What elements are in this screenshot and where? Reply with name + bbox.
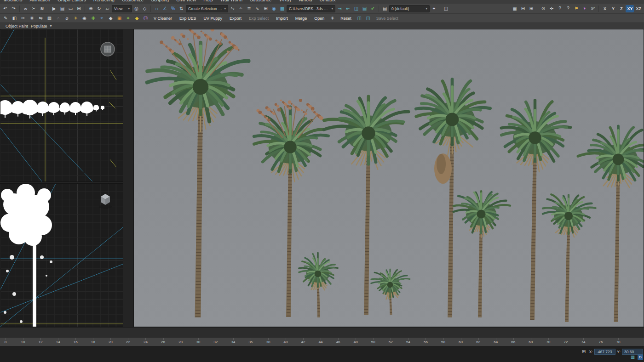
x-coordinate-field[interactable]: -467.723 [594, 349, 615, 355]
grid-array-icon[interactable]: ▦ [46, 14, 53, 22]
active-layer-dropdown[interactable]: 0 (default)▾ [389, 5, 430, 12]
camera-tool-icon[interactable]: ◉ [80, 14, 88, 22]
menu-wall-worm[interactable]: Wall Worm [220, 0, 242, 2]
tab-object-paint[interactable]: Object Paint [6, 24, 28, 28]
layer-explorer-icon[interactable]: ≣ [245, 5, 253, 12]
mirror-paint-icon[interactable]: ⇋ [37, 14, 45, 22]
save-scene-icon[interactable]: ◫ [352, 5, 360, 12]
add-to-layer-icon[interactable]: + [430, 5, 438, 12]
dock-toolbar-icon[interactable]: ⊟ [519, 5, 527, 12]
front-viewport-canvas[interactable] [0, 29, 123, 181]
menu-customize[interactable]: Customize [122, 0, 144, 2]
palm-9[interactable] [543, 194, 596, 322]
left-viewport-canvas[interactable] [0, 184, 123, 327]
window-crossing-icon[interactable]: ⊞ [75, 5, 83, 12]
menu-animation[interactable]: Animation [30, 0, 50, 2]
exp-ues-button[interactable]: Exp UES [176, 15, 200, 22]
curve-editor-icon[interactable]: ∿ [253, 5, 261, 12]
named-selection-sets-dropdown[interactable]: Create Selection Se▾ [186, 5, 228, 12]
pick-brush-icon[interactable]: ✑ [19, 14, 27, 22]
select-and-link-icon[interactable]: ∞ [22, 5, 29, 12]
scene-explorer-toggle-icon[interactable]: ◫ [442, 5, 450, 12]
forest-plugin-icon[interactable]: ✶ [124, 14, 132, 22]
import-button[interactable]: Import [273, 15, 291, 22]
menu-civil-view[interactable]: Civil View [176, 0, 196, 2]
axis-constraint-x[interactable]: X [601, 5, 609, 12]
project-path-dropdown[interactable]: C:\Users\DES...3ds Max 2024▾ [287, 5, 335, 12]
axis-constraint-y[interactable]: Y [609, 5, 617, 12]
palm-5[interactable] [371, 269, 410, 315]
front-viewport[interactable] [0, 29, 123, 182]
export-scene-icon[interactable]: ⇤ [344, 5, 352, 12]
save-blue-1-icon[interactable]: ◫ [356, 14, 363, 22]
open-scene-icon[interactable]: ▤ [361, 5, 368, 12]
select-object-icon[interactable]: ▶ [50, 5, 58, 12]
help-pick-2-icon[interactable]: ? [564, 5, 572, 12]
spinner-snap-icon[interactable]: ⇅ [178, 5, 185, 12]
axis-constraint-z[interactable]: Z [617, 5, 625, 12]
rectangular-selection-region-icon[interactable]: ▭ [67, 5, 75, 12]
workspace-icon[interactable]: ⊞ [527, 5, 535, 12]
viewport-navigation-gizmo[interactable] [101, 42, 115, 56]
layer-list-icon[interactable]: ▤ [381, 5, 389, 12]
uv-puppy-icon[interactable]: Ⓤ [142, 14, 150, 22]
align-icon[interactable]: ≐ [237, 5, 245, 12]
palm-7[interactable] [454, 191, 510, 317]
select-and-manipulate-icon[interactable]: ◇ [141, 5, 149, 12]
ribbon-flyout-icon[interactable]: ▾ [50, 24, 52, 28]
zoom-pick-icon[interactable]: ⊙ [539, 5, 547, 12]
vray-plugin-icon[interactable]: ▣ [115, 14, 123, 22]
material-editor-icon[interactable]: ◉ [270, 5, 278, 12]
palm-4[interactable] [299, 253, 338, 317]
mini-d-badge[interactable]: D [638, 355, 643, 360]
maxscript-x2-icon[interactable]: x² [589, 5, 597, 12]
palm-10[interactable] [578, 126, 644, 322]
menu-omatrix[interactable]: Omatrix [320, 0, 336, 2]
menu-substance[interactable]: Substance [250, 0, 271, 2]
viewport-divider[interactable] [123, 29, 133, 327]
light-tool-icon[interactable]: ☀ [72, 14, 80, 22]
snaps-toggle-icon[interactable]: ∩ [153, 5, 161, 12]
select-by-name-icon[interactable]: ▤ [58, 5, 66, 12]
crosshair-pick-icon[interactable]: ✛ [547, 5, 555, 12]
axis-constraint-xy[interactable]: XY [626, 5, 634, 12]
timeline-ruler[interactable]: 8101214161820222426283032343638404244464… [0, 338, 644, 346]
menu-scripting[interactable]: Scripting [151, 0, 169, 2]
axis-constraint-xz[interactable]: XZ [634, 5, 643, 12]
help-pick-1-icon[interactable]: ? [556, 5, 564, 12]
scatter-dots-icon[interactable]: ∴ [54, 14, 62, 22]
save-select-button[interactable]: Save Select [373, 15, 402, 22]
wand-icon[interactable]: ✶ [581, 5, 588, 12]
helper-tool-icon[interactable]: ✚ [89, 14, 97, 22]
palm-1[interactable] [147, 29, 249, 317]
select-and-move-icon[interactable]: ⊕ [87, 5, 95, 12]
save-blue-2-icon[interactable]: ◫ [364, 14, 372, 22]
grid-toggle-icon[interactable]: ▦ [511, 5, 518, 12]
unlink-selection-icon[interactable]: ✂ [30, 5, 38, 12]
tab-populate[interactable]: Populate [31, 24, 47, 28]
merge-button[interactable]: Merge [292, 15, 310, 22]
spacewarp-tool-icon[interactable]: ≈ [98, 14, 106, 22]
track-bar[interactable] [0, 327, 644, 338]
schematic-view-icon[interactable]: ⊞ [262, 5, 270, 12]
mirror-icon[interactable]: ⇋ [229, 5, 236, 12]
fill-tool-icon[interactable]: ◧ [11, 14, 18, 22]
select-and-rotate-icon[interactable]: ↻ [95, 5, 103, 12]
menu-v-ray[interactable]: V-Ray [279, 0, 291, 2]
exp-select-button[interactable]: Exp Select [246, 15, 272, 22]
render-setup-icon[interactable]: ▩ [278, 5, 286, 12]
railclone-plugin-icon[interactable]: ◆ [133, 14, 141, 22]
redo-icon[interactable]: ↷ [10, 5, 17, 12]
menu-arnold[interactable]: Arnold [299, 0, 312, 2]
flag-icon[interactable]: ⚑ [572, 5, 580, 12]
perspective-viewport[interactable] [133, 29, 644, 327]
menu-modifiers[interactable]: Modifiers [4, 0, 23, 2]
left-viewport[interactable] [0, 183, 123, 327]
v-cleaner-button[interactable]: V Cleaner [150, 15, 175, 22]
settings-gear-icon[interactable]: ✳ [328, 14, 336, 22]
perspective-viewport-canvas[interactable] [134, 29, 644, 327]
open-button[interactable]: Open [311, 15, 328, 22]
measure-icon[interactable]: ⌀ [63, 14, 71, 22]
menu-graph-editors[interactable]: Graph Editors [58, 0, 86, 2]
reference-coordinate-dropdown[interactable]: View▾ [112, 5, 132, 12]
